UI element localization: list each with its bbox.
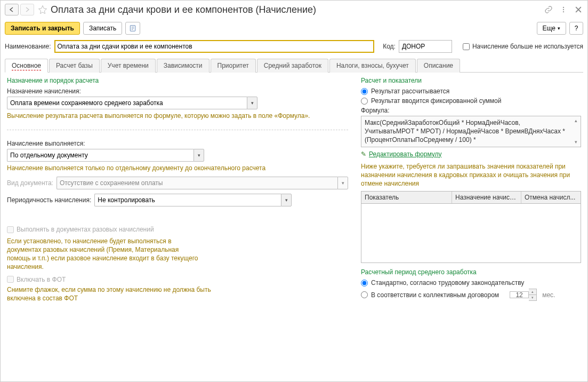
period-standard-label: Стандартно, согласно трудовому законодат…: [371, 279, 524, 286]
result-fixed-label: Результат вводится фиксированной суммой: [371, 97, 501, 105]
table-body[interactable]: [361, 204, 581, 262]
period-label: Периодичность начисления:: [7, 196, 91, 204]
titlebar: Оплата за дни сдачи крови и ее компонент…: [1, 1, 587, 19]
edit-formula-link[interactable]: ✎ Редактировать формулу: [361, 150, 442, 158]
tab-avg[interactable]: Средний заработок: [257, 59, 328, 73]
purpose-label: Назначение начисления:: [7, 87, 348, 95]
formula-box[interactable]: Макс(СреднийЗаработокОбщий * НормаДнейЧа…: [361, 116, 581, 147]
code-label: Код:: [383, 43, 396, 50]
purpose-input[interactable]: [7, 97, 247, 109]
not-used-label: Начисление больше не используется: [472, 43, 583, 50]
tab-base[interactable]: Расчет базы: [49, 59, 100, 73]
report-icon-button[interactable]: [125, 22, 140, 35]
fot-label: Включать в ФОТ: [17, 276, 66, 283]
purpose-dropdown-icon[interactable]: ▾: [247, 97, 257, 109]
doctype-row: Вид документа: ▾: [7, 177, 348, 189]
months-spinner: ▴▾: [510, 289, 537, 301]
nav-forward-button[interactable]: [20, 4, 34, 15]
period-standard-radio-input[interactable]: [361, 280, 368, 286]
table-header: Показатель Назначение начисл... Отмена н…: [361, 192, 581, 204]
result-fixed-radio[interactable]: Результат вводится фиксированной суммой: [361, 97, 581, 105]
calc-section-title: Расчет и показатели: [361, 77, 581, 84]
scroll-up-icon[interactable]: ▴: [572, 117, 579, 124]
window: Оплата за дни сдачи крови и ее компонент…: [0, 0, 588, 382]
code-input[interactable]: [399, 40, 452, 53]
onetime-label: Выполнять в документах разовых начислени…: [17, 226, 154, 233]
tab-taxes[interactable]: Налоги, взносы, бухучет: [329, 59, 416, 73]
formula-scrollbar[interactable]: ▴▾: [572, 117, 579, 146]
period-standard-radio[interactable]: Стандартно, согласно трудовому законодат…: [361, 279, 581, 286]
fot-hint: Снимите флажок, если сумма по этому начи…: [7, 285, 220, 303]
period-section-title: Расчетный период среднего заработка: [361, 268, 581, 276]
exec-combo[interactable]: ▾: [7, 149, 204, 162]
months-unit: мес.: [542, 291, 555, 299]
period-collective-label: В соответствии с коллективным договором: [371, 291, 499, 299]
header-fields: Наименование: Код: Начисление больше не …: [1, 38, 587, 55]
not-used-checkbox[interactable]: Начисление больше не используется: [463, 43, 583, 50]
save-close-button[interactable]: Записать и закрыть: [5, 22, 80, 35]
svg-point-1: [563, 9, 564, 10]
doctype-combo: ▾: [57, 177, 348, 189]
link-icon[interactable]: [544, 5, 553, 14]
svg-point-0: [563, 7, 564, 8]
section-purpose-title: Назначение и порядок расчета: [7, 77, 348, 84]
window-title: Оплата за дни сдачи крови и ее компонент…: [51, 4, 544, 15]
result-calc-radio-input[interactable]: [361, 88, 368, 95]
onetime-checkbox-input: [7, 226, 14, 233]
tab-time[interactable]: Учет времени: [101, 59, 156, 73]
onetime-hint: Если установлено, то начисление будет вы…: [7, 237, 199, 272]
formula-text: Макс(СреднийЗаработокОбщий * НормаДнейЧа…: [365, 119, 565, 144]
spin-down-icon: ▾: [529, 295, 536, 300]
help-button[interactable]: ?: [569, 22, 583, 35]
close-icon[interactable]: [574, 5, 583, 14]
th-indicator: Показатель: [361, 192, 452, 203]
doctype-dropdown-icon: ▾: [337, 177, 348, 189]
pencil-icon: ✎: [361, 150, 366, 158]
scroll-down-icon[interactable]: ▾: [572, 139, 579, 145]
formula-label: Формула:: [361, 107, 581, 114]
tabs: Основное Расчет базы Учет времени Зависи…: [5, 58, 583, 73]
exec-hint: Начисление выполняется только по отдельн…: [7, 164, 348, 172]
result-calc-radio[interactable]: Результат рассчитывается: [361, 87, 581, 95]
left-column: Назначение и порядок расчета Назначение …: [7, 77, 348, 377]
period-collective-radio[interactable]: В соответствии с коллективным договором …: [361, 289, 581, 301]
th-assign: Назначение начисл...: [452, 192, 521, 203]
period-row: Периодичность начисления: ▾: [7, 194, 348, 206]
right-column: Расчет и показатели Результат рассчитыва…: [361, 77, 581, 377]
period-collective-radio-input[interactable]: [361, 291, 368, 298]
exec-dropdown-icon[interactable]: ▾: [194, 149, 204, 162]
result-calc-label: Результат рассчитывается: [371, 87, 449, 95]
content: Назначение и порядок расчета Назначение …: [1, 73, 587, 381]
tab-desc[interactable]: Описание: [417, 59, 460, 73]
exec-label: Начисление выполняется:: [7, 140, 348, 147]
onetime-checkbox: Выполнять в документах разовых начислени…: [7, 226, 154, 233]
th-cancel: Отмена начисл...: [521, 192, 581, 203]
purpose-combo[interactable]: ▾: [7, 97, 257, 109]
not-used-checkbox-input[interactable]: [463, 43, 470, 50]
spin-up-icon: ▴: [529, 289, 536, 295]
name-input[interactable]: [54, 40, 375, 53]
period-dropdown-icon[interactable]: ▾: [281, 194, 292, 206]
name-label: Наименование:: [5, 43, 51, 50]
fot-checkbox: Включать в ФОТ: [7, 276, 348, 283]
indicators-table[interactable]: Показатель Назначение начисл... Отмена н…: [361, 191, 581, 263]
period-combo[interactable]: ▾: [94, 194, 292, 206]
tab-main[interactable]: Основное: [5, 59, 48, 73]
save-button[interactable]: Записать: [83, 22, 122, 35]
period-input[interactable]: [94, 194, 281, 206]
kebab-icon[interactable]: [559, 5, 568, 14]
doctype-label: Вид документа:: [7, 179, 53, 187]
tab-priority[interactable]: Приоритет: [211, 59, 256, 73]
svg-point-2: [563, 11, 564, 12]
fot-checkbox-input: [7, 276, 14, 283]
indicators-hint: Ниже укажите, требуется ли запрашивать з…: [361, 162, 581, 188]
toolbar: Записать и закрыть Записать Еще ?: [1, 19, 587, 38]
result-fixed-radio-input[interactable]: [361, 98, 368, 105]
nav-back-button[interactable]: [5, 4, 19, 15]
tab-deps[interactable]: Зависимости: [157, 59, 210, 73]
exec-input[interactable]: [7, 149, 194, 162]
more-button[interactable]: Еще: [537, 22, 566, 35]
months-input: [510, 291, 529, 298]
favorite-icon[interactable]: [38, 5, 47, 14]
edit-formula-label[interactable]: Редактировать формулу: [369, 150, 442, 158]
